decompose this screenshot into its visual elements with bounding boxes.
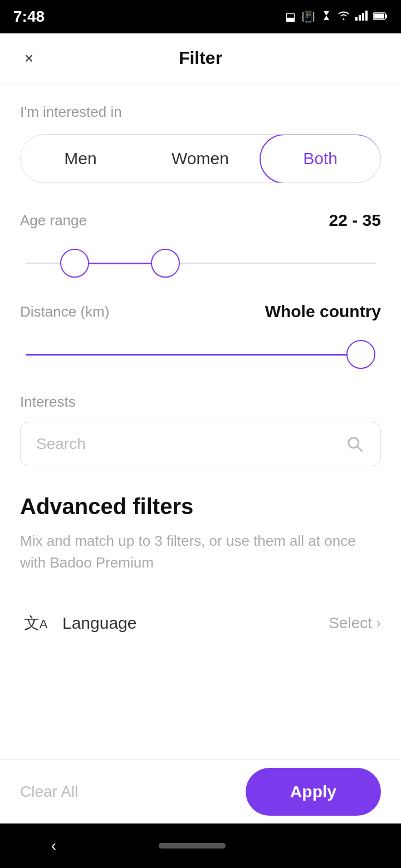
svg-rect-7 <box>385 14 387 18</box>
interest-label: I'm interested in <box>20 103 381 121</box>
interests-label: Interests <box>20 393 381 411</box>
svg-rect-4 <box>362 13 364 21</box>
svg-marker-0 <box>324 11 329 16</box>
interest-section: I'm interested in Men Women Both <box>20 83 381 194</box>
close-button[interactable]: × <box>17 46 41 71</box>
svg-line-10 <box>358 447 363 452</box>
home-pill[interactable] <box>159 843 226 849</box>
language-icon: 文A <box>20 608 51 639</box>
svg-rect-2 <box>355 17 358 21</box>
distance-value: Whole country <box>265 302 381 321</box>
back-icon[interactable]: ‹ <box>51 837 56 855</box>
age-range-label: Age range <box>20 212 87 229</box>
svg-rect-5 <box>365 11 368 21</box>
status-icons: ⬓ 📳 <box>285 10 388 24</box>
vibrate-icon: 📳 <box>301 10 315 23</box>
distance-section: Distance (km) Whole country <box>20 291 381 382</box>
android-nav-bar: ‹ <box>0 823 401 868</box>
age-slider-track <box>26 263 375 264</box>
gender-option-women[interactable]: Women <box>140 135 260 183</box>
advanced-filters-section: Advanced filters Mix and match up to 3 f… <box>20 477 381 663</box>
page-title: Filter <box>179 48 222 68</box>
status-bar: 7:48 ⬓ 📳 <box>0 0 401 33</box>
advanced-filters-title: Advanced filters <box>20 494 381 519</box>
distance-label: Distance (km) <box>20 303 109 320</box>
distance-slider[interactable] <box>26 338 375 371</box>
age-slider-thumb-max[interactable] <box>151 249 180 278</box>
age-range-header: Age range 22 - 35 <box>20 211 381 230</box>
age-range-section: Age range 22 - 35 <box>20 194 381 291</box>
svg-marker-1 <box>324 16 329 20</box>
age-range-value: 22 - 35 <box>329 211 381 230</box>
search-icon <box>345 434 365 454</box>
bluetooth-icon: ⬓ <box>285 10 296 23</box>
interests-section: Interests Search <box>20 382 381 477</box>
gender-option-both[interactable]: Both <box>260 134 382 183</box>
chevron-right-icon: › <box>376 615 381 631</box>
data-icon <box>321 10 332 24</box>
bottom-bar: Clear All Apply <box>0 759 401 823</box>
language-filter-action[interactable]: Select › <box>329 614 381 632</box>
language-select-label: Select <box>329 614 372 632</box>
interests-search-box[interactable]: Search <box>20 422 381 466</box>
distance-header: Distance (km) Whole country <box>20 302 381 321</box>
interests-search-placeholder: Search <box>36 435 86 453</box>
language-filter-label: Language <box>62 614 329 633</box>
top-nav: × Filter <box>0 33 401 83</box>
distance-slider-track <box>26 354 375 356</box>
main-content: I'm interested in Men Women Both Age ran… <box>0 83 401 759</box>
status-time: 7:48 <box>13 8 45 26</box>
advanced-filters-description: Mix and match up to 3 filters, or use th… <box>20 530 381 574</box>
signal-icon <box>355 11 368 23</box>
age-slider-thumb-min[interactable] <box>60 249 89 278</box>
distance-slider-thumb[interactable] <box>346 340 375 369</box>
gender-option-men[interactable]: Men <box>21 135 140 183</box>
language-filter-row[interactable]: 文A Language Select › <box>20 594 381 652</box>
svg-rect-8 <box>374 13 384 18</box>
apply-button[interactable]: Apply <box>246 768 381 816</box>
battery-icon <box>373 11 388 23</box>
svg-point-9 <box>349 438 359 448</box>
age-slider[interactable] <box>26 246 375 280</box>
wifi-icon <box>338 11 350 23</box>
gender-selector: Men Women Both <box>20 134 381 183</box>
svg-rect-3 <box>359 15 361 21</box>
clear-all-button[interactable]: Clear All <box>20 783 78 801</box>
